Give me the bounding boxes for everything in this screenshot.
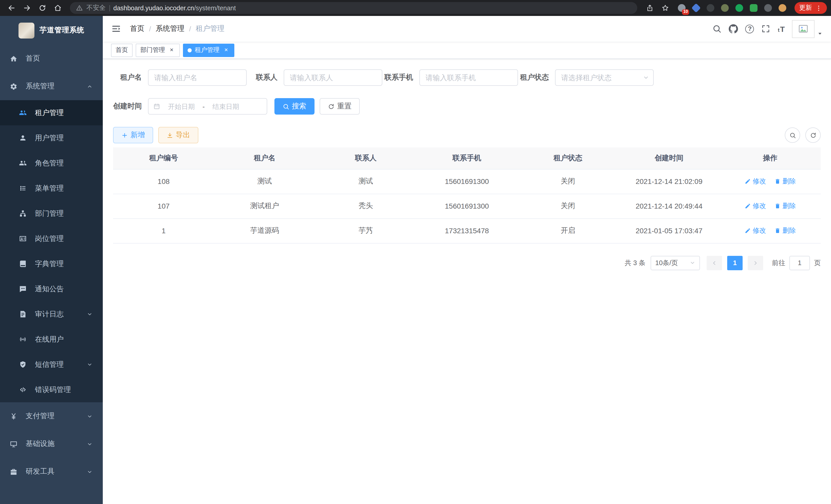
tenant-status-select-input[interactable]	[555, 69, 654, 86]
address-divider	[109, 5, 110, 11]
sidebar-item-home[interactable]: 首页	[0, 45, 103, 72]
github-icon[interactable]	[729, 24, 738, 33]
add-button[interactable]: 新增	[113, 127, 153, 143]
fullscreen-icon[interactable]	[762, 24, 771, 33]
sidebar-item-tools[interactable]: 研发工具	[0, 458, 103, 485]
back-icon[interactable]	[4, 1, 19, 15]
edit-link[interactable]: 修改	[744, 226, 766, 235]
extension-3-glyph	[706, 4, 714, 12]
sidebar-item-dict[interactable]: 字典管理	[0, 251, 103, 276]
sidebar-item-label: 岗位管理	[35, 234, 64, 243]
extension-5[interactable]	[733, 2, 745, 14]
prev-page-button[interactable]	[707, 256, 722, 270]
sidebar-item-infra[interactable]: 基础设施	[0, 430, 103, 458]
sidebar-menu: 首页系统管理租户管理用户管理角色管理菜单管理部门管理岗位管理字典管理通知公告审计…	[0, 45, 103, 504]
breadcrumb-item[interactable]: 首页	[130, 24, 144, 33]
share-icon[interactable]	[642, 1, 657, 15]
extension-3[interactable]	[704, 2, 716, 14]
reset-button-label: 重置	[337, 102, 351, 111]
user-avatar-dropdown[interactable]	[792, 20, 823, 38]
edit-link[interactable]: 修改	[744, 177, 766, 186]
font-size-icon[interactable]: tT	[778, 25, 785, 33]
extension-7[interactable]	[762, 2, 774, 14]
chevron-down-icon	[87, 362, 92, 367]
goto-page-input[interactable]	[790, 256, 810, 270]
trash-icon	[774, 228, 780, 234]
extensions-area: 10	[675, 2, 789, 14]
sidebar-item-sms[interactable]: 短信管理	[0, 352, 103, 377]
security-label: 不安全	[86, 4, 106, 12]
sidebar-item-dept[interactable]: 部门管理	[0, 201, 103, 226]
chevron-left-icon	[711, 260, 717, 266]
sidebar-item-notice[interactable]: 通知公告	[0, 276, 103, 302]
end-date-input[interactable]	[207, 102, 245, 110]
question-icon[interactable]: ?	[745, 24, 754, 33]
update-button[interactable]: 更新	[795, 2, 827, 14]
cell-contact: 秃头	[315, 194, 416, 218]
contact-input[interactable]	[284, 69, 382, 86]
tab-tenant[interactable]: 租户管理×	[183, 43, 234, 57]
main-area: 首页/系统管理/租户管理 ?tT 首页部门管理×租户管理× 租户名	[103, 16, 831, 504]
create-time-range-picker[interactable]: -	[148, 98, 267, 115]
search-icon[interactable]	[713, 24, 722, 33]
sidebar-item-tenant[interactable]: 租户管理	[0, 100, 103, 125]
sidebar-item-menu[interactable]: 菜单管理	[0, 176, 103, 201]
trash-icon	[774, 203, 780, 209]
reset-button[interactable]: 重置	[320, 98, 360, 115]
home-icon[interactable]	[50, 1, 65, 15]
toggle-search-button[interactable]	[785, 127, 800, 143]
sidebar-item-error-code[interactable]: 错误码管理	[0, 377, 103, 402]
search-button[interactable]: 搜索	[275, 98, 315, 115]
bookmark-star-icon[interactable]	[658, 1, 672, 15]
delete-link[interactable]: 删除	[774, 201, 796, 211]
phone-input[interactable]	[419, 69, 518, 86]
reload-icon[interactable]	[35, 1, 49, 15]
tab-close-icon[interactable]: ×	[168, 47, 175, 54]
refresh-table-button[interactable]	[805, 127, 821, 143]
tenant-status-select[interactable]	[555, 69, 654, 86]
extension-2[interactable]	[690, 2, 702, 14]
next-page-button[interactable]	[748, 256, 763, 270]
user-avatar[interactable]	[792, 20, 814, 38]
page-number-button[interactable]: 1	[727, 256, 743, 270]
export-button[interactable]: 导出	[158, 127, 198, 143]
edit-icon	[744, 178, 751, 184]
table-header-row: 租户编号租户名联系人联系手机租户状态创建时间操作	[113, 147, 821, 169]
sidebar-item-pay[interactable]: 支付管理	[0, 402, 103, 430]
tab-home[interactable]: 首页	[111, 43, 133, 57]
breadcrumb-item[interactable]: 系统管理	[156, 24, 184, 33]
browser-chrome: 不安全 dashboard.yudao.iocoder.cn/system/te…	[0, 0, 831, 16]
extension-4[interactable]	[718, 2, 731, 14]
start-date-input[interactable]	[163, 102, 200, 110]
tenant-name-input[interactable]	[148, 69, 247, 86]
address-bar[interactable]: 不安全 dashboard.yudao.iocoder.cn/system/te…	[70, 2, 637, 14]
sidebar-item-user[interactable]: 用户管理	[0, 125, 103, 151]
url-path: /system/tenant	[194, 4, 236, 11]
sidebar-item-online-user[interactable]: 在线用户	[0, 327, 103, 352]
extension-6[interactable]	[747, 2, 760, 14]
phone-label: 联系手机	[384, 73, 413, 82]
page-size-select[interactable]: 10条/页	[651, 256, 700, 270]
sidebar-item-audit-log[interactable]: 审计日志	[0, 302, 103, 327]
sidebar-item-label: 通知公告	[35, 285, 64, 294]
sidebar-item-role[interactable]: 角色管理	[0, 151, 103, 176]
sidebar-item-post[interactable]: 岗位管理	[0, 226, 103, 251]
edit-link[interactable]: 修改	[744, 201, 766, 211]
delete-link[interactable]: 删除	[774, 177, 796, 186]
extension-1[interactable]: 10	[675, 2, 688, 14]
sidebar-item-label: 系统管理	[26, 82, 55, 91]
sidebar-item-system[interactable]: 系统管理	[0, 72, 103, 100]
browser-menu-kebab-icon[interactable]	[815, 4, 822, 11]
tab-dept[interactable]: 部门管理×	[136, 43, 180, 57]
export-button-label: 导出	[176, 130, 190, 140]
sidebar: 芋道管理系统 首页系统管理租户管理用户管理角色管理菜单管理部门管理岗位管理字典管…	[0, 16, 103, 504]
sidebar-collapse-icon[interactable]	[111, 24, 121, 34]
forward-icon[interactable]	[20, 1, 34, 15]
filter-status: 租户状态	[520, 69, 654, 86]
extension-8[interactable]	[776, 2, 789, 14]
url-host: dashboard.yudao.iocoder.cn	[113, 4, 194, 11]
delete-link[interactable]: 删除	[774, 226, 796, 235]
tab-close-icon[interactable]: ×	[223, 47, 230, 54]
filter-contact: 联系人	[249, 69, 382, 86]
cell-contact: 芋艿	[315, 218, 416, 243]
